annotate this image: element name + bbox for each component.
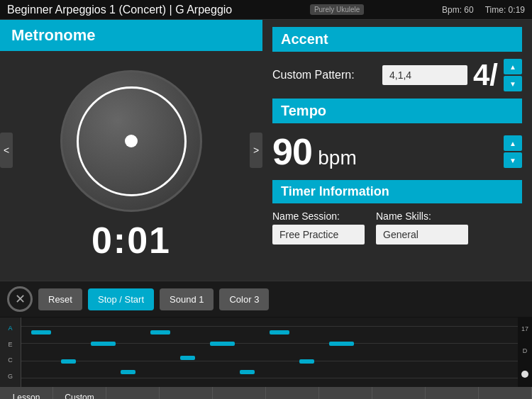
roll-note [180, 356, 195, 360]
roll-note [31, 330, 51, 335]
bottom-btn-custom-lesson[interactable]: Custom Lesson [53, 387, 106, 399]
tempo-up-btn[interactable]: ▲ [504, 135, 522, 151]
bottom-btn-advanced[interactable]: Advanced [479, 387, 532, 399]
side-label-D: D [523, 347, 528, 354]
bottom-btn-empty[interactable] [372, 387, 426, 399]
side-label-17: 17 [521, 325, 528, 332]
roll-content [21, 317, 518, 387]
piano-keys: A E C G [0, 317, 21, 387]
bottom-btn-play-stop[interactable]: Play/Stop [160, 387, 213, 399]
name-session-input[interactable] [272, 225, 365, 245]
tempo-title: Tempo [272, 99, 522, 123]
bottom-btn-loop[interactable]: Loop [319, 387, 372, 399]
close-button[interactable]: ✕ [7, 286, 33, 312]
tempo-arrows: ▲ ▼ [504, 135, 522, 168]
stop-start-button[interactable]: Stop / Start [88, 288, 154, 310]
piano-key-A: A [0, 323, 21, 333]
app-logo: Purely Ukulele [310, 4, 364, 15]
name-session-field: Name Session: [272, 210, 365, 245]
piano-key-E: E [0, 339, 21, 349]
timer-info-title: Timer Information [272, 180, 522, 203]
piano-roll: A E C G 17 D [0, 317, 532, 387]
accent-title: Accent [272, 27, 522, 52]
roll-note [270, 330, 289, 335]
tempo-section: Tempo 90 bpm ▲ ▼ [262, 99, 532, 180]
fraction-down-btn[interactable]: ▼ [504, 76, 522, 91]
reset-button[interactable]: Reset [38, 288, 82, 310]
piano-key-G: G [0, 371, 21, 381]
side-labels: 17 D [518, 317, 532, 387]
app-title: Beginner Arpeggios 1 (Concert) | G Arpeg… [7, 4, 232, 16]
roll-note [299, 359, 314, 364]
metronome-visual: 0:01 [60, 51, 202, 281]
timer-fields: Name Session: Name Skills: [272, 210, 522, 245]
custom-pattern-input[interactable] [382, 65, 467, 85]
roll-note [150, 330, 170, 335]
bottom-btn-sound[interactable]: Sound [426, 387, 479, 399]
tempo-value: 90 [272, 131, 312, 172]
name-skills-input[interactable] [376, 225, 468, 245]
custom-pattern-label: Custom Pattern: [272, 69, 355, 82]
roll-note [61, 359, 76, 364]
tempo-down-btn[interactable]: ▼ [504, 152, 522, 168]
fraction-arrows: ▲ ▼ [504, 59, 522, 91]
roll-notes [21, 317, 518, 387]
scroll-dot [521, 371, 528, 378]
bpm-display: Bpm: 60 [442, 5, 474, 15]
bottom-btn-faster[interactable]: Faster [213, 387, 266, 399]
fraction-display: 4/ [473, 60, 498, 90]
metronome-time-display: 0:01 [92, 219, 171, 262]
name-session-label: Name Session: [272, 210, 365, 222]
name-skills-label: Name Skills: [376, 210, 468, 222]
piano-key-C: C [0, 355, 21, 365]
fraction-up-btn[interactable]: ▲ [504, 59, 522, 74]
top-bar: Beginner Arpeggios 1 (Concert) | G Arpeg… [0, 0, 532, 20]
roll-note [329, 342, 354, 346]
metronome-title: Metronome [0, 20, 262, 51]
right-panel: Accent Custom Pattern: 4/ ▲ ▼ Tempo 90 [262, 20, 532, 281]
roll-note [91, 342, 116, 346]
metronome-dot [125, 135, 138, 147]
bottom-btn-slower[interactable]: Slower [266, 387, 319, 399]
accent-section: Accent Custom Pattern: 4/ ▲ ▼ [262, 20, 532, 99]
main-area: Metronome 0:01 < > Accent Custom Pattern… [0, 20, 532, 281]
metronome-panel: Metronome 0:01 < > [0, 20, 262, 281]
time-display: Time: 0:19 [485, 5, 525, 15]
nav-arrow-left[interactable]: < [0, 133, 13, 168]
bottom-btn-metronome[interactable]: Metronome [106, 387, 160, 399]
name-skills-field: Name Skills: [376, 210, 468, 245]
bottom-btn-lesson-selector[interactable]: Lesson Selector [0, 387, 53, 399]
roll-note [210, 342, 235, 346]
timer-section: Timer Information Name Session: Name Ski… [262, 180, 532, 252]
color3-button[interactable]: Color 3 [219, 288, 269, 310]
sound1-button[interactable]: Sound 1 [160, 288, 214, 310]
roll-note [121, 370, 135, 374]
tempo-unit: bpm [318, 147, 356, 169]
metronome-outer-circle [60, 70, 202, 212]
bottom-nav: Lesson Selector Custom Lesson Metronome … [0, 387, 532, 399]
metronome-inner-circle [77, 86, 187, 196]
toolbar-row: ✕ Reset Stop / Start Sound 1 Color 3 [0, 281, 532, 317]
roll-note [240, 370, 255, 374]
nav-arrow-right[interactable]: > [250, 133, 262, 168]
